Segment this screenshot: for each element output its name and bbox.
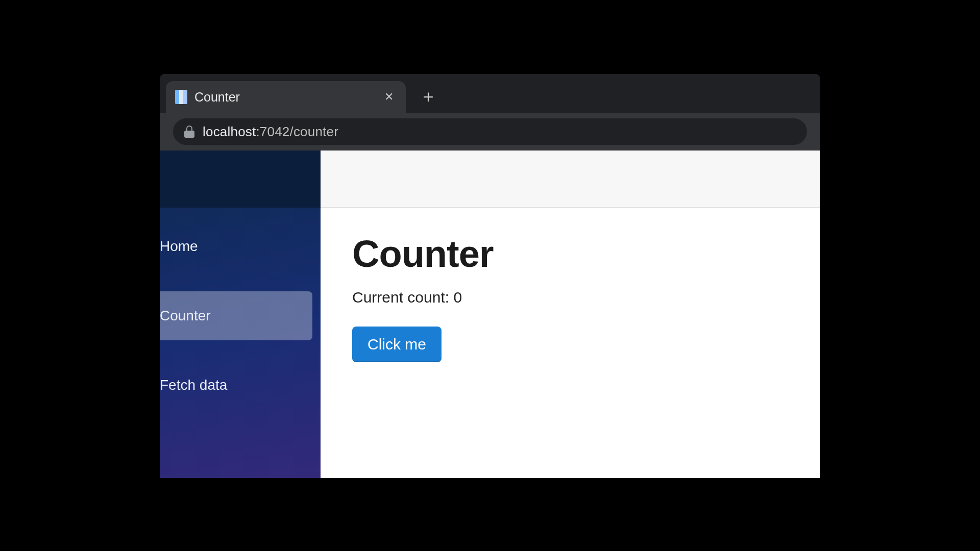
page-title: Counter <box>352 232 789 276</box>
browser-toolbar: localhost:7042/counter <box>160 113 820 151</box>
content-body: Counter Current count: 0 Click me <box>321 208 820 387</box>
url-text: localhost:7042/counter <box>203 124 338 140</box>
sidebar-item-label: Fetch data <box>160 377 227 393</box>
tab-title: Counter <box>194 90 374 105</box>
count-text: Current count: 0 <box>352 289 789 306</box>
sidebar-item-home[interactable]: Home <box>160 222 312 271</box>
sidebar-item-fetch-data[interactable]: Fetch data <box>160 361 312 410</box>
sidebar: Home Counter Fetch data <box>160 151 321 478</box>
count-value: 0 <box>453 289 462 306</box>
lock-icon <box>184 126 194 138</box>
sidebar-nav: Home Counter Fetch data <box>160 208 321 410</box>
address-bar[interactable]: localhost:7042/counter <box>173 118 807 145</box>
increment-button[interactable]: Click me <box>352 327 442 362</box>
sidebar-item-label: Home <box>160 238 198 255</box>
url-host: localhost <box>203 124 256 139</box>
url-path: :7042/counter <box>256 124 338 139</box>
sidebar-item-counter[interactable]: Counter <box>160 291 312 340</box>
count-label: Current count: <box>352 289 453 306</box>
content-topbar <box>321 151 820 208</box>
close-tab-button[interactable]: ✕ <box>381 88 397 106</box>
browser-window: Counter ✕ ＋ localhost:7042/counter Home … <box>160 74 820 478</box>
browser-tab[interactable]: Counter ✕ <box>166 81 406 113</box>
sidebar-item-label: Counter <box>160 308 211 324</box>
new-tab-button[interactable]: ＋ <box>417 85 439 108</box>
sidebar-brand <box>160 151 321 208</box>
tab-strip: Counter ✕ ＋ <box>160 74 820 113</box>
page-viewport: Home Counter Fetch data Counter Current … <box>160 151 820 478</box>
main-content: Counter Current count: 0 Click me <box>321 151 820 478</box>
favicon-icon <box>175 90 187 104</box>
